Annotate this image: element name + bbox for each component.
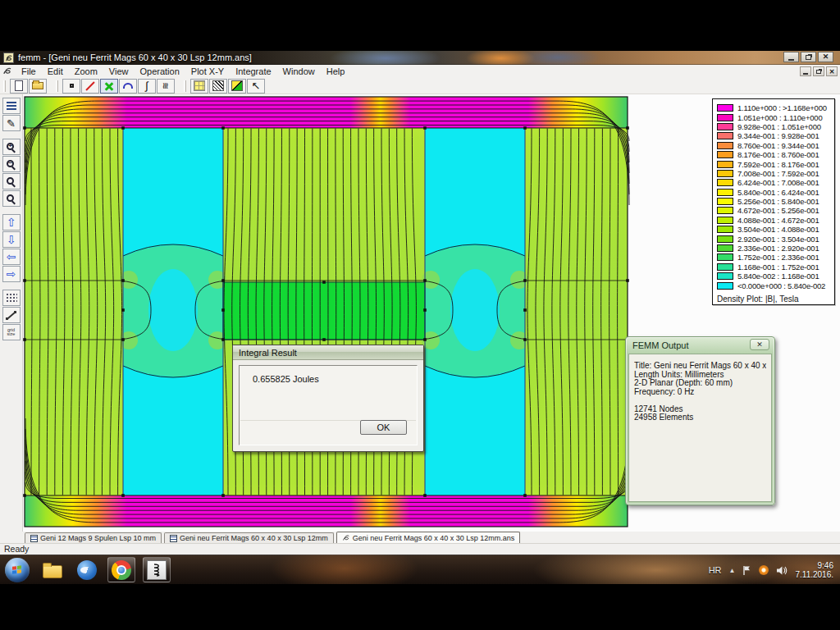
toolbar-group	[3, 79, 48, 94]
menu-plot-x-y[interactable]: Plot X-Y	[185, 66, 230, 77]
integral-result-dialog[interactable]: Integral Result 0.655825 Joules OK	[232, 345, 424, 452]
zoom-out-button[interactable]: −	[2, 156, 21, 172]
graph-plot-icon: ↖	[252, 80, 261, 91]
desktop-screen: femm - [Geni neu Ferrit Mags 60 x 40 x 3…	[0, 0, 840, 630]
legend-caption: Density Plot: |B|, Tesla	[717, 294, 834, 304]
side-tool-group: ✎	[0, 98, 22, 131]
side-tool-column: ✎+−⇧⇩⇦⇨grid size	[0, 94, 23, 532]
menu-window[interactable]: Window	[277, 66, 321, 77]
legend-range-label: 8.176e-001 : 8.760e-001	[737, 150, 819, 159]
edit-contour-icon: ✎	[7, 118, 16, 129]
document-tab[interactable]: Geni neu Ferrit Mags 60 x 40 x 30 Lsp 12…	[336, 532, 521, 543]
femm-output-close-button[interactable]: ✕	[750, 339, 769, 350]
integral-dialog-titlebar[interactable]: Integral Result	[233, 345, 423, 360]
tab-label: Geni neu Ferrit Mags 60 x 40 x 30 Lsp 12…	[353, 534, 515, 542]
show-hidden-icons-button[interactable]: ▲	[729, 567, 736, 574]
line-mode-button[interactable]	[81, 79, 99, 94]
statusbar: Ready	[0, 543, 840, 555]
pan-up-button[interactable]: ⇧	[2, 214, 21, 231]
line-integral-button[interactable]: ∫	[138, 79, 156, 94]
arc-mode-button[interactable]	[119, 79, 137, 94]
clock[interactable]: 9:46 7.11.2016.	[795, 561, 833, 579]
taskbar-chrome-button[interactable]	[107, 557, 135, 582]
start-button[interactable]	[5, 558, 30, 582]
action-center-flag-icon[interactable]	[742, 565, 751, 576]
grid-size-button[interactable]: grid size	[2, 324, 21, 340]
volume-icon[interactable]	[776, 565, 788, 576]
legend-range-label: 1.110e+000 : >1.168e+000	[737, 103, 827, 112]
pan-right-button[interactable]: ⇨	[2, 266, 21, 282]
legend-row: <0.000e+000 : 5.840e-002	[717, 281, 834, 290]
menu-integrate[interactable]: Integrate	[230, 66, 276, 77]
legend-range-label: 1.752e-001 : 2.336e-001	[737, 253, 819, 262]
femm-output-window[interactable]: FEMM Output ✕ Title: Geni neu Ferrit Mag…	[625, 336, 775, 505]
menu-view[interactable]: View	[103, 66, 135, 77]
menu-help[interactable]: Help	[321, 66, 351, 77]
density-plot-canvas[interactable]	[23, 94, 632, 529]
mdi-restore-button[interactable]	[813, 66, 824, 76]
menubar: FileEditZoomViewOperationPlot X-YIntegra…	[0, 65, 840, 78]
legend-range-label: 2.336e-001 : 2.920e-001	[737, 244, 819, 253]
legend-swatch	[717, 207, 733, 214]
updater-tray-icon[interactable]	[759, 565, 769, 575]
mdi-close-button[interactable]: ✕	[826, 66, 838, 76]
pan-up-icon: ⇧	[7, 217, 16, 228]
document-tab[interactable]: Geni neu Ferrit Mags 60 x 40 x 30 Lsp 12…	[164, 532, 334, 543]
close-button[interactable]: ✕	[818, 52, 833, 62]
snap-grid-button[interactable]	[2, 307, 21, 323]
zoom-extents-button[interactable]	[2, 190, 21, 207]
legend-range-label: 9.344e-001 : 9.928e-001	[737, 131, 819, 140]
graph-plot-button[interactable]: ↖	[247, 79, 265, 94]
legend-range-label: 6.424e-001 : 7.008e-001	[737, 178, 819, 187]
legend-swatch	[717, 253, 733, 261]
legend-row: 4.672e-001 : 5.256e-001	[717, 206, 834, 215]
minimize-button[interactable]	[783, 52, 799, 62]
document-tabbar: Geni 12 Mags 9 Spulen Lsp 10 mmGeni neu …	[0, 532, 840, 543]
menu-file[interactable]: File	[16, 66, 42, 77]
grid-size-icon: grid size	[7, 328, 16, 336]
smoothing-icon: ≋	[162, 82, 171, 89]
vector-plot-button[interactable]	[209, 79, 227, 94]
legend-range-label: 9.928e-001 : 1.051e+000	[737, 122, 821, 131]
new-file-button[interactable]	[10, 79, 28, 94]
open-file-button[interactable]	[29, 79, 47, 94]
legend-range-label: 7.008e-001 : 7.592e-001	[737, 169, 819, 178]
pan-left-button[interactable]: ⇦	[2, 249, 21, 265]
femm-output-line: Title: Geni neu Ferrit Mags 60 x 40 x 30…	[634, 362, 766, 371]
mdi-minimize-button[interactable]	[800, 66, 811, 76]
legend-range-label: 3.504e-001 : 4.088e-001	[737, 225, 819, 234]
density-plot-button[interactable]	[190, 79, 208, 94]
language-indicator[interactable]: HR	[709, 565, 722, 575]
taskbar-femm-button[interactable]	[143, 557, 171, 582]
menu-operation[interactable]: Operation	[134, 66, 185, 77]
zoom-window-button[interactable]	[2, 173, 21, 189]
femm-output-line: 2-D Planar (Depth: 60 mm)	[634, 379, 766, 388]
femm-output-line: Length Units: Millimeters	[634, 371, 766, 380]
taskbar-explorer-button[interactable]	[41, 559, 64, 582]
show-mesh-button[interactable]	[2, 98, 21, 114]
point-mode-button[interactable]	[62, 79, 80, 94]
legend-swatch	[717, 142, 733, 149]
menu-edit[interactable]: Edit	[42, 66, 69, 77]
zoom-in-button[interactable]: +	[2, 139, 21, 155]
ok-button[interactable]: OK	[360, 420, 407, 435]
smoothing-button[interactable]: ≋	[157, 79, 175, 94]
snap-grid-icon	[6, 311, 16, 320]
pan-down-button[interactable]: ⇩	[2, 231, 21, 248]
selected-coil-block[interactable]	[223, 282, 425, 340]
restore-button[interactable]	[801, 52, 816, 62]
document-tab[interactable]: Geni 12 Mags 9 Spulen Lsp 10 mm	[25, 532, 162, 543]
window-titlebar[interactable]: femm - [Geni neu Ferrit Mags 60 x 40 x 3…	[0, 51, 840, 65]
edit-contour-button[interactable]: ✎	[2, 115, 21, 131]
contour-plot-button[interactable]	[228, 79, 246, 94]
zoom-out-icon: −	[7, 160, 14, 167]
mdi-close-icon: ✕	[829, 68, 835, 75]
block-mode-button[interactable]	[100, 79, 118, 94]
menu-zoom[interactable]: Zoom	[69, 66, 103, 77]
document-coil-icon[interactable]	[2, 66, 12, 76]
windows-taskbar: HR ▲ 9:46 7.11.2016.	[0, 555, 840, 584]
show-grid-button[interactable]	[2, 290, 21, 306]
femm-output-line: 12741 Nodes	[634, 405, 766, 414]
taskbar-thunderbird-button[interactable]	[75, 559, 98, 582]
legend-row: 5.256e-001 : 5.840e-001	[717, 197, 834, 206]
